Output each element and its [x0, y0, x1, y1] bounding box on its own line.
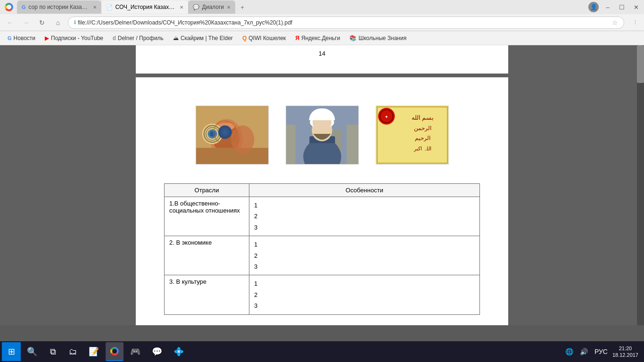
- search-icon: 🔍: [27, 346, 37, 357]
- social-items-list: 1 2 3: [254, 200, 475, 233]
- reload-button[interactable]: ↻: [36, 16, 48, 29]
- svg-point-8: [204, 125, 221, 142]
- tab-close-2[interactable]: ✕: [180, 5, 183, 10]
- bookmark-icon-qiwi: Q: [242, 35, 247, 41]
- image-arabic-calligraphy: ✦ بسم الله الرحمن الرحيم اللہ اکبر: [376, 106, 449, 165]
- svg-rect-13: [286, 124, 296, 164]
- svg-rect-10: [196, 148, 268, 165]
- table-cell-culture-label: 3. В культуре: [165, 275, 249, 314]
- new-tab-button[interactable]: +: [235, 0, 249, 14]
- bookmark-skyrim[interactable]: ⛰ Скайрим | The Elder: [169, 33, 237, 43]
- tab-close-1[interactable]: ✕: [93, 5, 97, 10]
- system-clock[interactable]: 21:20 18.12.2017: [612, 345, 638, 359]
- home-button[interactable]: ⌂: [52, 16, 64, 29]
- svg-rect-14: [347, 124, 358, 164]
- forward-button[interactable]: →: [20, 16, 32, 29]
- network-icon[interactable]: 🌐: [563, 347, 575, 356]
- scrollbar-thumb[interactable]: [637, 45, 644, 83]
- search-button[interactable]: 🔍: [23, 342, 41, 361]
- user-profile[interactable]: 👤: [588, 2, 599, 12]
- bookmark-icon-yandex: Я: [295, 35, 299, 41]
- discord-icon: 💬: [152, 346, 162, 357]
- taskbar-notepad[interactable]: 📝: [84, 342, 104, 361]
- culture-item-1: 1: [254, 278, 475, 289]
- table-row-social: 1.В общественно-социальных отношениях 1 …: [165, 197, 480, 236]
- tab-soch[interactable]: 📄 СОЧ_История Казахста... ✕: [101, 0, 188, 14]
- tab-favicon-3: 💬: [193, 4, 199, 10]
- steam-icon: 🎮: [130, 346, 140, 357]
- tab-close-3[interactable]: ✕: [227, 5, 231, 10]
- bookmarks-bar: G Новости ▶ Подписки - YouTube d Delner …: [0, 31, 644, 45]
- social-item-2: 2: [254, 211, 475, 222]
- svg-text:✦: ✦: [384, 115, 388, 119]
- address-bar[interactable]: ℹ file:///C:/Users/Delner/Downloads/СОЧ_…: [68, 16, 624, 29]
- tab-favicon-1: G: [22, 4, 26, 10]
- back-button[interactable]: ←: [4, 16, 16, 29]
- bookmark-delner[interactable]: d Delner / Профиль: [109, 33, 167, 43]
- table-cell-culture-items: 1 2 3: [249, 275, 480, 314]
- economy-item-2: 2: [254, 250, 475, 261]
- close-button[interactable]: ✕: [631, 2, 641, 12]
- table-cell-social-items: 1 2 3: [249, 197, 480, 236]
- bookmark-star-icon[interactable]: ☆: [612, 19, 618, 26]
- svg-rect-0: [196, 106, 268, 164]
- bookmark-qiwi[interactable]: Q QIWI Кошелек: [239, 33, 290, 43]
- taskbar-discord[interactable]: 💬: [147, 342, 167, 361]
- svg-text:بسم الله: بسم الله: [412, 115, 434, 122]
- system-tray: 🌐 🔊 РУС 21:20 18.12.2017: [563, 345, 642, 359]
- minimize-button[interactable]: –: [603, 2, 613, 12]
- language-indicator[interactable]: РУС: [593, 347, 610, 356]
- bookmark-icon-youtube: ▶: [45, 35, 49, 41]
- pdf-content: 14: [0, 45, 644, 325]
- table-header-osobennosti: Особенности: [249, 184, 480, 197]
- start-button[interactable]: ⊞: [2, 342, 21, 361]
- table-row-culture: 3. В культуре 1 2 3: [165, 275, 480, 314]
- pdf-page-top: 14: [136, 45, 508, 74]
- taskbar-chrome[interactable]: [106, 342, 124, 361]
- volume-icon[interactable]: 🔊: [578, 347, 590, 356]
- economy-item-1: 1: [254, 239, 475, 250]
- bookmark-icon-delner: d: [113, 35, 116, 41]
- svg-point-19: [313, 115, 331, 125]
- chrome-logo: [5, 3, 13, 11]
- economy-item-3: 3: [254, 261, 475, 272]
- page-number: 14: [164, 50, 480, 57]
- svg-point-2: [213, 122, 239, 155]
- security-lock-icon: ℹ: [74, 19, 76, 25]
- task-view-button[interactable]: ⧉: [43, 342, 62, 361]
- tab-history-sor[interactable]: G сор по истории Казахс... ✕: [17, 0, 101, 14]
- maximize-button[interactable]: ☐: [617, 2, 627, 12]
- bookmark-yandex[interactable]: Я Яндекс.Деньги: [291, 33, 344, 43]
- tab-label-2: СОЧ_История Казахста...: [116, 4, 177, 10]
- svg-point-5: [203, 124, 221, 143]
- svg-point-1: [210, 119, 242, 158]
- images-row: ✦ بسم الله الرحمن الرحيم اللہ اکبر: [164, 106, 480, 165]
- svg-text:اللہ اکبر: اللہ اکبر: [413, 146, 431, 152]
- pdf-scroll-area[interactable]: 14: [0, 45, 644, 325]
- taskbar-skype[interactable]: 💠: [169, 342, 189, 361]
- skype-icon: 💠: [173, 346, 184, 357]
- bookmark-icon-novosti: G: [8, 35, 12, 41]
- table-cell-social-label: 1.В общественно-социальных отношениях: [165, 197, 249, 236]
- bookmark-icon-school: 📚: [349, 35, 356, 41]
- table-row-economy: 2. В экономике 1 2 3: [165, 236, 480, 275]
- bookmark-novosti[interactable]: G Новости: [4, 33, 39, 43]
- image-scholar: [286, 106, 359, 165]
- bookmark-school[interactable]: 📚 Школьные Знания: [346, 33, 410, 43]
- bookmark-label-youtube: Подписки - YouTube: [51, 35, 103, 41]
- address-bar-row: ← → ↻ ⌂ ℹ file:///C:/Users/Delner/Downlo…: [0, 14, 644, 31]
- svg-point-18: [310, 116, 334, 129]
- tab-dialogi[interactable]: 💬 Диалоги ✕: [188, 0, 235, 14]
- bookmark-icon-skyrim: ⛰: [173, 35, 179, 41]
- taskbar-steam[interactable]: 🎮: [125, 342, 145, 361]
- bookmark-label-qiwi: QIWI Кошелек: [248, 35, 286, 41]
- bookmark-label-delner: Delner / Профиль: [118, 35, 164, 41]
- svg-text:الرحيم: الرحيم: [415, 135, 430, 141]
- taskbar-file-explorer[interactable]: 🗂: [64, 342, 82, 361]
- svg-point-7: [209, 131, 215, 137]
- clock-time: 21:20: [612, 345, 638, 352]
- scrollbar[interactable]: [637, 45, 644, 325]
- culture-item-3: 3: [254, 300, 475, 311]
- extensions-button[interactable]: ⋮: [630, 17, 640, 28]
- bookmark-youtube[interactable]: ▶ Подписки - YouTube: [41, 33, 107, 43]
